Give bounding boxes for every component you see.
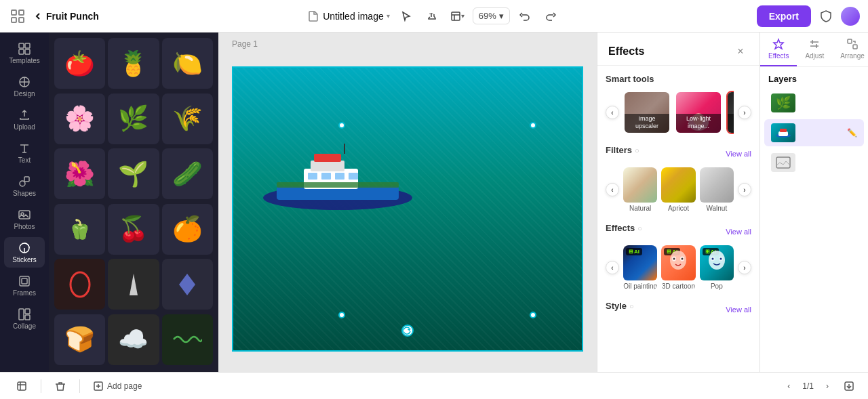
sticker-flower1[interactable]: 🌸 — [54, 93, 105, 144]
filters-view-all-button[interactable]: View all — [726, 150, 751, 158]
sidebar-item-shapes[interactable]: Shapes — [4, 171, 45, 201]
effects-prev-button[interactable]: ‹ — [606, 261, 619, 274]
sticker-pepper[interactable]: 🫑 — [54, 204, 105, 255]
undo-button[interactable] — [514, 5, 536, 27]
sticker-tomato[interactable]: 🍅 — [54, 38, 105, 89]
svg-rect-61 — [776, 157, 790, 168]
brand-icon[interactable] — [8, 7, 27, 26]
sticker-leaf[interactable]: 🌾 — [162, 93, 213, 144]
svg-rect-37 — [349, 173, 358, 180]
handle-tl[interactable] — [338, 122, 345, 129]
bottom-divider-2 — [79, 379, 80, 393]
layer-item-3[interactable] — [764, 149, 864, 176]
tab-adjust[interactable]: Adjust — [797, 33, 832, 66]
handle-tm[interactable] — [530, 122, 536, 129]
sticker-diamond[interactable] — [162, 259, 213, 310]
export-button[interactable]: Export — [757, 5, 811, 27]
left-sidebar: Templates Design Upload Text — [0, 33, 49, 372]
old-photo-label: Old photo restoration — [728, 114, 734, 133]
style-view-all-button[interactable]: View all — [726, 306, 751, 314]
next-page-button[interactable]: › — [819, 378, 835, 394]
sticker-cloud[interactable]: ☁️ — [108, 314, 159, 365]
svg-rect-60 — [780, 129, 787, 132]
tab-effects[interactable]: Effects — [760, 33, 797, 66]
svg-rect-17 — [19, 309, 24, 320]
sticker-cucumber[interactable]: 🥒 — [162, 148, 213, 199]
filter-walnut[interactable]: Walnut — [700, 167, 734, 212]
boat-image — [243, 140, 433, 222]
zoom-control[interactable]: 69% ▾ — [473, 7, 510, 24]
svg-rect-35 — [321, 173, 331, 180]
sidebar-item-upload[interactable]: Upload — [4, 104, 45, 135]
sidebar-item-stickers[interactable]: Stickers — [4, 237, 45, 268]
add-page-label: Add page — [107, 381, 142, 391]
smart-tool-upscaler[interactable]: Image upscaler — [623, 91, 671, 134]
sticker-hibiscus[interactable]: 🌺 — [54, 148, 105, 199]
redo-button[interactable] — [540, 5, 561, 27]
svg-point-54 — [719, 258, 722, 260]
upscaler-label: Image upscaler — [625, 114, 669, 133]
effects-close-button[interactable]: × — [732, 43, 749, 60]
smart-tools-next-button[interactable]: › — [738, 106, 751, 119]
sticker-lemon[interactable]: 🍋 — [162, 38, 213, 89]
doc-title-area[interactable]: Untitled image ▾ — [307, 9, 390, 23]
sidebar-item-collage[interactable]: Collage — [4, 303, 45, 334]
smart-tool-low-light[interactable]: Low-light image... — [675, 91, 722, 134]
handle-bl[interactable] — [338, 312, 345, 318]
hand-tool-button[interactable] — [421, 5, 443, 27]
back-button[interactable]: Fruit Punch — [33, 11, 99, 22]
filters-next-button[interactable]: › — [738, 183, 751, 196]
svg-rect-16 — [22, 278, 27, 284]
sticker-plant[interactable]: 🌿 — [108, 93, 159, 144]
filter-natural[interactable]: Natural — [623, 167, 657, 212]
sticker-cherries[interactable]: 🍒 — [108, 204, 159, 255]
canvas-frame[interactable] — [232, 66, 583, 352]
sidebar-item-photos[interactable]: Photos — [4, 204, 45, 234]
tab-arrange[interactable]: Arrange — [832, 33, 868, 66]
smart-tools-prev-button[interactable]: ‹ — [606, 106, 619, 119]
effect-pop[interactable]: ⊞AI Pop — [700, 245, 734, 290]
zoom-level: 69% — [479, 11, 496, 21]
smart-tool-old-photo[interactable]: Old photo restoration — [726, 91, 734, 134]
sticker-red-oval[interactable] — [54, 259, 105, 310]
layer-item-1[interactable]: 🌿 — [764, 89, 864, 117]
sidebar-item-text[interactable]: Text — [4, 138, 45, 168]
effect-oil-painting[interactable]: ⊞AI Oil painting — [623, 245, 657, 290]
sidebar-item-label: Shapes — [13, 190, 36, 197]
trash-button[interactable] — [50, 378, 71, 394]
layer-edit-icon: ✏️ — [847, 128, 857, 138]
svg-rect-3 — [19, 18, 24, 22]
effects-view-all-button[interactable]: View all — [726, 228, 751, 236]
add-page-button[interactable]: Add page — [88, 379, 147, 394]
pop-label: Pop — [700, 282, 734, 290]
filters-prev-button[interactable]: ‹ — [606, 183, 619, 196]
sticker-sprout[interactable]: 🌱 — [108, 148, 159, 199]
sticker-bread[interactable]: 🍞 — [54, 314, 105, 365]
shield-icon[interactable] — [816, 7, 835, 26]
sidebar-item-design[interactable]: Design — [4, 71, 45, 102]
avatar[interactable] — [841, 7, 860, 26]
sticker-wave[interactable] — [162, 314, 213, 365]
download-icon[interactable] — [841, 378, 857, 394]
sticker-pineapple[interactable]: 🍍 — [108, 38, 159, 89]
layout-tool-button[interactable]: ▾ — [447, 5, 469, 27]
effect-3d-cartoon[interactable]: ⊞AI 3D cartoon — [661, 245, 695, 290]
sticker-white-shape[interactable] — [108, 259, 159, 310]
svg-rect-32 — [311, 161, 344, 171]
prev-page-button[interactable]: ‹ — [781, 378, 797, 394]
sidebar-item-templates[interactable]: Templates — [4, 38, 45, 68]
zoom-chevron-icon: ▾ — [499, 11, 504, 21]
svg-rect-56 — [853, 45, 857, 49]
rotate-handle[interactable] — [401, 324, 414, 337]
layer-item-2[interactable]: ✏️ — [764, 119, 864, 146]
smart-tools-section-title: Smart tools — [606, 74, 751, 84]
sidebar-item-frames[interactable]: Frames — [4, 270, 45, 301]
add-to-page-button[interactable] — [11, 378, 33, 394]
sticker-orange[interactable]: 🍊 — [162, 204, 213, 255]
sidebar-item-label: Design — [14, 90, 35, 98]
select-tool-button[interactable] — [395, 5, 417, 27]
effects-next-button[interactable]: › — [738, 261, 751, 274]
filter-apricot[interactable]: Apricot — [661, 167, 695, 212]
filter-natural-preview — [623, 167, 657, 203]
handle-bm[interactable] — [530, 312, 536, 318]
